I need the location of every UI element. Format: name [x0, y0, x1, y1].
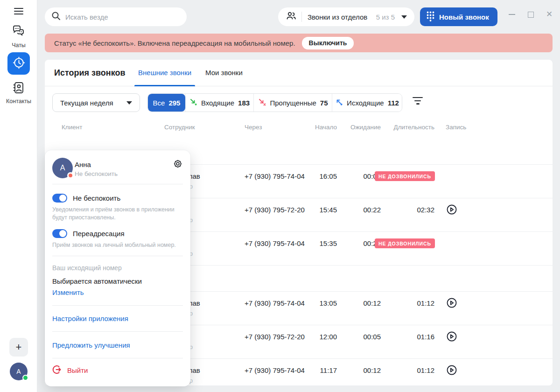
segment-missed-label: Пропущенные: [270, 99, 316, 107]
segment-outgoing-count: 112: [388, 99, 399, 107]
start-cell: 13:05: [297, 299, 337, 307]
plus-icon: +: [16, 341, 22, 353]
sidebar-item-chats[interactable]: Чаты: [0, 25, 37, 49]
chevron-down-icon: [401, 15, 407, 19]
outgoing-arrow-icon: [335, 98, 343, 107]
outgoing-number-label: Ваш исходящий номер: [52, 264, 122, 272]
via-cell: +7 (930) 795-74-04: [245, 172, 305, 180]
group-people-icon: [286, 11, 297, 23]
department-filter-count: 5 из 5: [376, 13, 395, 21]
play-record-button[interactable]: [446, 364, 457, 376]
tab-external-calls[interactable]: Внешние звонки: [138, 69, 191, 77]
add-button[interactable]: +: [9, 338, 28, 357]
start-cell: 12:00: [297, 333, 337, 341]
missed-arrow-icon: [258, 98, 266, 107]
department-filter-dropdown[interactable]: Звонки из отделов 5 из 5: [278, 7, 414, 26]
divider: [52, 256, 183, 256]
wait-cell: 00:22: [341, 206, 381, 214]
call-history-clock-icon: [13, 56, 25, 71]
chevron-down-icon: [126, 101, 132, 105]
wait-cell: 00:12: [341, 366, 381, 374]
col-employee: Сотрудник: [164, 124, 195, 131]
gear-icon[interactable]: [173, 159, 183, 171]
tab-my-calls[interactable]: Мои звонки: [205, 69, 243, 77]
play-record-button[interactable]: [446, 204, 457, 215]
start-cell: 11:17: [297, 366, 337, 374]
contacts-icon: [12, 81, 25, 96]
outgoing-number-value: Выбирается автоматически: [52, 277, 142, 285]
col-duration: Длительность: [386, 124, 434, 131]
segment-outgoing[interactable]: Исходящие 112: [332, 94, 402, 112]
new-call-label: Новый звонок: [439, 13, 489, 21]
via-cell: +7 (930) 795-72-20: [245, 333, 305, 341]
duration-cell: 02:32: [386, 206, 434, 214]
sidebar-item-history[interactable]: [7, 52, 30, 75]
menu-icon[interactable]: [14, 8, 23, 14]
close-icon[interactable]: ✕: [546, 11, 553, 18]
period-select[interactable]: Текущая неделя: [52, 93, 140, 112]
department-filter-label: Звонки из отделов: [308, 13, 367, 21]
banner-disable-button[interactable]: Выключить: [302, 37, 354, 49]
popup-avatar: А: [52, 158, 73, 178]
forwarding-toggle-label: Переадресация: [73, 230, 125, 238]
segment-incoming-label: Входящие: [201, 99, 234, 107]
play-record-button[interactable]: [446, 297, 457, 308]
table-header: Клиент Сотрудник Через Начало Ожидание Д…: [45, 118, 553, 137]
segment-all[interactable]: Все 295: [148, 94, 185, 112]
minimize-icon[interactable]: [509, 11, 515, 18]
dnd-toggle[interactable]: [52, 194, 67, 203]
segment-incoming[interactable]: Входящие 183: [185, 94, 253, 112]
profile-popup: А Анна Не беспокоить Не беспокоить Уведо…: [45, 150, 190, 386]
call-type-segmented-control: Все 295 Входящие 183 Пропущенные 75: [147, 93, 402, 112]
user-avatar[interactable]: А: [10, 363, 28, 380]
status-cell: НЕ ДОЗВОНИЛИСЬ: [371, 238, 435, 248]
segment-outgoing-label: Исходящие: [347, 99, 384, 107]
online-status-dot: [22, 375, 28, 381]
maximize-icon[interactable]: [527, 11, 534, 18]
wait-cell: 00:05: [341, 333, 381, 341]
segment-missed-count: 75: [320, 99, 328, 107]
search-input[interactable]: [65, 13, 173, 21]
start-cell: 15:45: [297, 206, 337, 214]
popup-user-status: Не беспокоить: [75, 170, 118, 177]
chats-label: Чаты: [0, 42, 37, 49]
forwarding-toggle[interactable]: [52, 229, 67, 238]
page-title: История звонков: [54, 68, 126, 78]
active-tab-underline: [134, 85, 195, 86]
search-icon: [51, 11, 61, 22]
suggest-improvements-link[interactable]: Предложить улучшения: [52, 341, 130, 349]
filter-icon[interactable]: [412, 97, 424, 108]
duration-cell: 01:12: [386, 366, 434, 374]
period-value: Текущая неделя: [60, 99, 113, 107]
window-controls: ✕: [509, 11, 553, 18]
via-cell: +7 (930) 795-74-04: [245, 299, 305, 307]
change-number-link[interactable]: Изменить: [52, 288, 84, 296]
segment-all-count: 295: [168, 99, 180, 107]
sidebar: Чаты Контакты + А: [0, 0, 37, 392]
via-cell: +7 (930) 795-74-04: [245, 366, 305, 374]
app-settings-link[interactable]: Настройки приложения: [52, 315, 128, 322]
col-record: Запись: [446, 124, 466, 131]
logout-button[interactable]: Выйти: [52, 365, 88, 376]
via-cell: +7 (930) 795-72-20: [245, 206, 305, 214]
play-record-button[interactable]: [446, 331, 457, 342]
dnd-status-banner: Статус «Не беспокоить». Включена переадр…: [45, 34, 553, 52]
card-header: История звонков Внешние звонки Мои звонк…: [45, 60, 553, 86]
global-search[interactable]: [45, 7, 187, 26]
segment-missed[interactable]: Пропущенные 75: [253, 94, 332, 112]
status-badge: НЕ ДОЗВОНИЛИСЬ: [375, 238, 435, 248]
divider: [52, 358, 183, 358]
contacts-label: Контакты: [0, 98, 37, 105]
sidebar-item-contacts[interactable]: Контакты: [0, 81, 37, 105]
col-start: Начало: [297, 124, 337, 131]
divider: [52, 305, 183, 306]
dnd-toggle-label: Не беспокоить: [73, 194, 120, 202]
status-badge: НЕ ДОЗВОНИЛИСЬ: [375, 171, 435, 181]
avatar-letter: А: [16, 368, 21, 375]
wait-cell: 00:12: [341, 299, 381, 307]
via-cell: +7 (930) 795-74-04: [245, 239, 305, 247]
col-wait: Ожидание: [341, 124, 381, 131]
new-call-button[interactable]: Новый звонок: [420, 7, 497, 26]
popup-user-name: Анна: [75, 161, 91, 168]
start-cell: 16:05: [297, 172, 337, 180]
